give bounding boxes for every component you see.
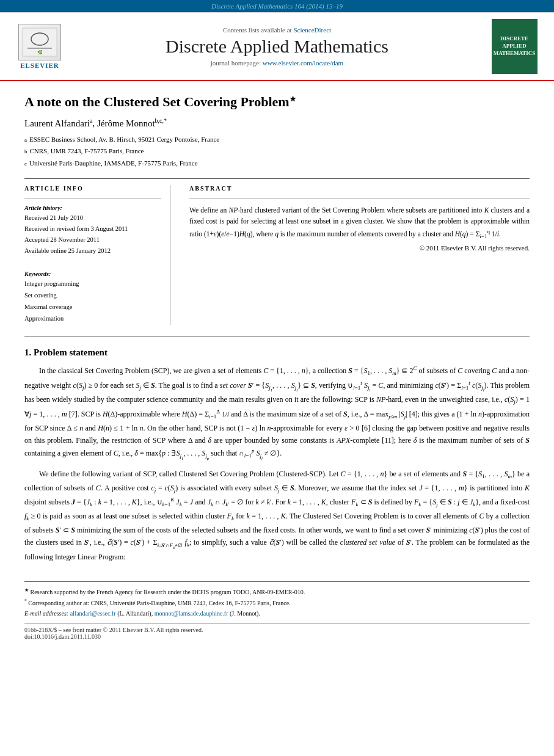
divider-middle: [24, 336, 530, 336]
section1-paragraph2: We define the following variant of SCP, …: [24, 468, 530, 563]
abstract-section: Abstract We define an NP-hard clustered …: [189, 185, 530, 325]
email-addresses: E-mail addresses: alfandari@essec.fr (L.…: [24, 608, 530, 619]
email-alfandari[interactable]: alfandari@essec.fr: [70, 610, 116, 617]
journal-homepage: journal homepage: www.elsevier.com/locat…: [67, 59, 487, 67]
journal-header-center: Contents lists available at ScienceDirec…: [67, 26, 487, 67]
keywords-list: Integer programming Set covering Maximal…: [24, 278, 161, 325]
keyword-1: Integer programming: [24, 278, 161, 290]
elsevier-logo-area: 🌿 ELSEVIER: [12, 24, 67, 69]
date-received: Received 21 July 2010: [24, 213, 161, 224]
top-banner: Discrete Applied Mathematics 164 (2014) …: [0, 0, 554, 12]
elsevier-logo: 🌿 ELSEVIER: [12, 24, 67, 69]
science-direct-link[interactable]: ScienceDirect: [293, 26, 331, 34]
issn-line: 0166-218X/$ – see front matter © 2011 El…: [24, 627, 530, 633]
journal-citation: Discrete Applied Mathematics 164 (2014) …: [211, 2, 343, 10]
keyword-3: Maximal coverage: [24, 302, 161, 313]
date-revised: Received in revised form 3 August 2011: [24, 224, 161, 234]
affiliation-c: c Université Paris-Dauphine, IAMSADE, F-…: [24, 158, 530, 170]
journal-cover-image: DISCRETE APPLIED MATHEMATICS: [492, 19, 538, 74]
main-content: A note on the Clustered Set Covering Pro…: [0, 81, 554, 652]
info-divider: [24, 198, 161, 198]
journal-header: 🌿 ELSEVIER Contents lists available at S…: [0, 12, 554, 81]
section1-heading: 1. Problem statement: [24, 347, 530, 358]
article-info: Article Info Article history: Received 2…: [24, 185, 171, 325]
homepage-link[interactable]: www.elsevier.com/locate/dam: [263, 59, 343, 67]
date-accepted: Accepted 28 November 2011: [24, 234, 161, 245]
journal-cover: DISCRETE APPLIED MATHEMATICS: [487, 19, 542, 74]
doi-line: doi:10.1016/j.dam.2011.11.030: [24, 633, 530, 640]
authors: Laurent Alfandaria, Jérôme Monnotb,c,*: [24, 117, 530, 129]
keywords-label: Keywords:: [24, 271, 161, 277]
svg-text:🌿: 🌿: [37, 49, 43, 55]
divider-top: [24, 178, 530, 179]
footnotes: ★ Research supported by the French Agenc…: [24, 581, 530, 619]
science-direct-label: Contents lists available at ScienceDirec…: [67, 26, 487, 34]
article-dates: Received 21 July 2010 Received in revise…: [24, 213, 161, 256]
article-title: A note on the Clustered Set Covering Pro…: [24, 93, 530, 111]
section1-paragraph1: In the classical Set Covering Problem (S…: [24, 364, 530, 462]
abstract-divider: [189, 198, 530, 198]
history-label: Article history:: [24, 205, 161, 211]
affiliation-b: b CNRS, UMR 7243, F-75775 Paris, France: [24, 145, 530, 158]
affiliations: a ESSEC Business School, Av. B. Hirsch, …: [24, 134, 530, 170]
copyright: © 2011 Elsevier B.V. All rights reserved…: [189, 244, 530, 252]
info-abstract-section: Article Info Article history: Received 2…: [24, 185, 530, 325]
email-monnot[interactable]: monnot@lamsade.dauphine.fr: [155, 610, 228, 617]
journal-title: Discrete Applied Mathematics: [67, 36, 487, 57]
abstract-heading: Abstract: [189, 185, 530, 192]
keyword-4: Approximation: [24, 313, 161, 325]
elsevier-label: ELSEVIER: [20, 62, 59, 69]
abstract-text: We define an NP-hard clustered variant o…: [189, 205, 530, 241]
date-online: Available online 25 January 2012: [24, 245, 161, 256]
elsevier-logo-image: 🌿: [18, 24, 61, 60]
footnote-asterisk: * Corresponding author at: CNRS, Univers…: [24, 598, 530, 608]
article-info-heading: Article Info: [24, 185, 161, 192]
keyword-2: Set covering: [24, 290, 161, 302]
footnote-star: ★ Research supported by the French Agenc…: [24, 587, 530, 597]
footer: 0166-218X/$ – see front matter © 2011 El…: [24, 623, 530, 640]
affiliation-a: a ESSEC Business School, Av. B. Hirsch, …: [24, 134, 530, 146]
